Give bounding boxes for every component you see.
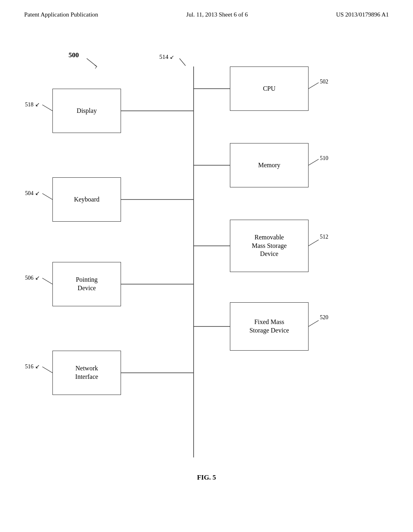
fixed-label: Fixed Mass Storage Device <box>249 318 289 335</box>
svg-line-16 <box>42 278 52 284</box>
keyboard-label: Keyboard <box>74 195 99 204</box>
cpu-ref: 502 <box>320 79 328 85</box>
fixed-ref: 520 <box>320 314 328 321</box>
svg-line-13 <box>309 320 319 326</box>
display-ref: 518 ↙ <box>25 101 40 108</box>
svg-line-17 <box>42 367 52 373</box>
svg-line-9 <box>87 58 97 66</box>
removable-ref: 512 <box>320 234 328 240</box>
network-ref: 516 ↙ <box>25 363 40 370</box>
pointing-ref: 506 ↙ <box>25 274 40 281</box>
pointing-box: Pointing Device <box>52 262 121 306</box>
keyboard-ref: 504 ↙ <box>25 190 40 197</box>
removable-label: Removable Mass Storage Device <box>252 233 287 258</box>
display-label: Display <box>77 107 97 115</box>
keyboard-box: Keyboard <box>52 177 121 222</box>
removable-box: Removable Mass Storage Device <box>230 220 309 272</box>
header-center: Jul. 11, 2013 Sheet 6 of 6 <box>186 11 248 18</box>
page-header: Patent Application Publication Jul. 11, … <box>0 0 413 22</box>
svg-line-14 <box>42 105 52 111</box>
display-box: Display <box>52 89 121 133</box>
fixed-box: Fixed Mass Storage Device <box>230 302 309 351</box>
memory-label: Memory <box>258 161 280 170</box>
memory-ref: 510 <box>320 155 328 162</box>
network-box: Network Interface <box>52 351 121 395</box>
network-label: Network Interface <box>75 364 98 381</box>
svg-line-18 <box>179 58 186 66</box>
header-left: Patent Application Publication <box>24 11 98 18</box>
svg-line-12 <box>309 240 319 246</box>
cpu-box: CPU <box>230 66 309 111</box>
svg-line-15 <box>42 193 52 200</box>
header-right: US 2013/0179896 A1 <box>336 11 389 18</box>
pointing-label: Pointing Device <box>76 276 98 293</box>
figure-label: FIG. 5 <box>197 474 216 482</box>
cpu-label: CPU <box>263 85 275 93</box>
svg-line-10 <box>309 83 319 89</box>
memory-box: Memory <box>230 143 309 187</box>
svg-line-11 <box>309 159 319 165</box>
bus-label: 514 ↙ <box>159 54 174 60</box>
diagram-area: 500 514 ↙ CPU 502 Memory 510 Removable M… <box>0 22 413 506</box>
system-label: 500 <box>69 51 79 59</box>
